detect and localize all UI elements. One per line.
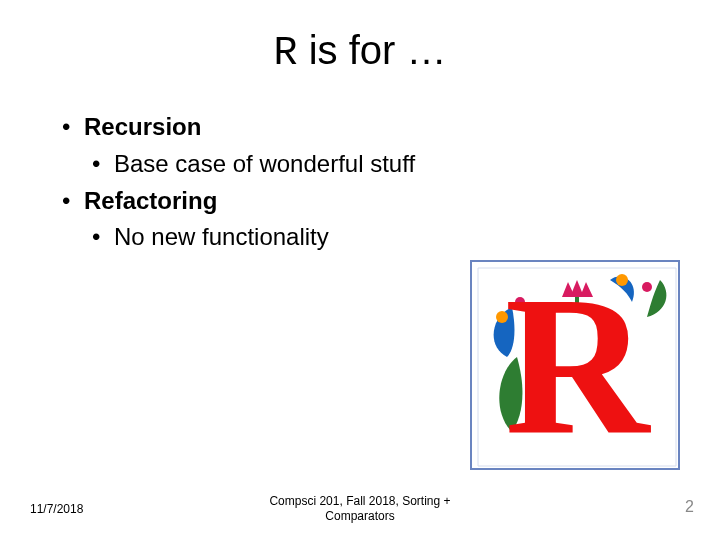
title-letter: R bbox=[274, 31, 298, 76]
bullet-2: Refactoring bbox=[62, 184, 415, 219]
bullet-2a: No new functionality bbox=[92, 220, 415, 255]
slide: R is for … Recursion Base case of wonder… bbox=[0, 0, 720, 540]
title-rest: is for … bbox=[298, 28, 447, 72]
footer-center-line1: Compsci 201, Fall 2018, Sorting + bbox=[269, 494, 450, 508]
footer-center-line2: Comparators bbox=[325, 509, 394, 523]
footer-center: Compsci 201, Fall 2018, Sorting + Compar… bbox=[0, 494, 720, 524]
bullet-list: Recursion Base case of wonderful stuff R… bbox=[62, 110, 415, 257]
decorative-letter-r-image: R bbox=[470, 260, 680, 470]
bullet-2-text: Refactoring bbox=[84, 187, 217, 214]
bullet-1a-text: Base case of wonderful stuff bbox=[114, 150, 415, 177]
bullet-1: Recursion bbox=[62, 110, 415, 145]
bullet-2a-text: No new functionality bbox=[114, 223, 329, 250]
slide-title: R is for … bbox=[0, 28, 720, 76]
big-r-glyph: R bbox=[505, 262, 652, 472]
bullet-1-text: Recursion bbox=[84, 113, 201, 140]
bullet-1a: Base case of wonderful stuff bbox=[92, 147, 415, 182]
footer-page-number: 2 bbox=[685, 498, 694, 516]
